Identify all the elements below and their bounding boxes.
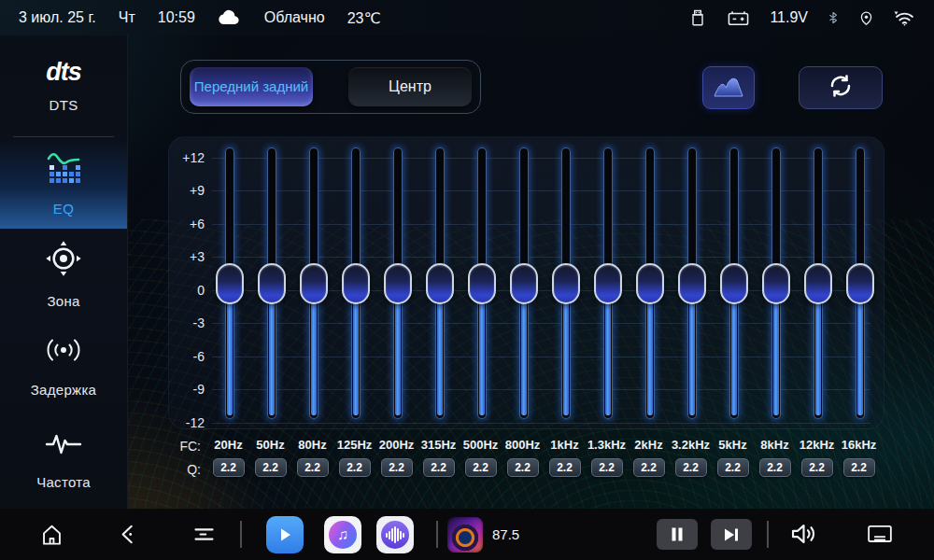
- band-q-button[interactable]: 2.2: [423, 458, 455, 477]
- eq-band-slider[interactable]: [762, 137, 790, 428]
- eq-band-slider[interactable]: [258, 137, 286, 428]
- slider-thumb[interactable]: [804, 263, 832, 304]
- slider-thumb[interactable]: [636, 263, 664, 304]
- band-q-button[interactable]: 2.2: [465, 458, 497, 477]
- tab-center[interactable]: Центр: [348, 67, 472, 106]
- slider-thumb[interactable]: [300, 263, 328, 304]
- q-cell: 2.2: [291, 458, 333, 477]
- eq-band-slider[interactable]: [594, 137, 622, 428]
- eq-band-slider[interactable]: [678, 137, 706, 428]
- tab-front-rear[interactable]: Передний задний: [190, 67, 313, 106]
- band-q-button[interactable]: 2.2: [633, 458, 665, 477]
- slider-track[interactable]: [687, 147, 697, 419]
- eq-band-slider[interactable]: [804, 137, 832, 428]
- band-q-button[interactable]: 2.2: [297, 458, 329, 477]
- band-q-button[interactable]: 2.2: [549, 458, 581, 477]
- band-q-button[interactable]: 2.2: [255, 458, 287, 477]
- slider-track[interactable]: [309, 147, 318, 419]
- status-bar: 3 июл. 25 г. Чт 10:59 Облачно 23℃ 11.9V: [0, 0, 934, 35]
- video-player-app-icon[interactable]: [266, 516, 304, 553]
- sidebar-item-label: Зона: [47, 293, 79, 309]
- eq-band-slider[interactable]: [510, 137, 538, 428]
- sidebar-item-zone[interactable]: Зона: [0, 229, 127, 320]
- slider-thumb[interactable]: [846, 263, 874, 304]
- sidebar-item-label: DTS: [50, 97, 78, 113]
- band-q-button[interactable]: 2.2: [213, 458, 245, 477]
- next-track-button[interactable]: [711, 519, 752, 550]
- slider-track[interactable]: [267, 147, 276, 419]
- slider-track[interactable]: [225, 147, 234, 419]
- slider-track[interactable]: [856, 147, 865, 419]
- slider-thumb[interactable]: [720, 263, 748, 304]
- eq-band-slider[interactable]: [342, 137, 370, 428]
- eq-band-slider[interactable]: [636, 137, 664, 428]
- back-icon[interactable]: [116, 522, 140, 551]
- eq-band-slider[interactable]: [384, 137, 412, 428]
- sidebar-item-dts[interactable]: dts DTS: [0, 35, 127, 136]
- home-icon[interactable]: [39, 522, 64, 551]
- display-icon[interactable]: [867, 524, 893, 550]
- slider-thumb[interactable]: [384, 263, 412, 304]
- band-frequency-label: 50Hz: [249, 438, 291, 452]
- fc-row: 20Hz50Hz80Hz125Hz200Hz315Hz500Hz800Hz1kH…: [207, 438, 882, 452]
- band-q-button[interactable]: 2.2: [801, 458, 833, 477]
- pulse-wave-icon: [43, 430, 84, 462]
- band-q-button[interactable]: 2.2: [759, 458, 791, 477]
- sidebar-item-eq[interactable]: EQ: [0, 137, 127, 229]
- band-q-button[interactable]: 2.2: [507, 458, 539, 477]
- eq-sliders: [169, 137, 884, 428]
- slider-thumb[interactable]: [552, 263, 580, 304]
- band-q-button[interactable]: 2.2: [381, 458, 413, 477]
- voice-assistant-app-icon[interactable]: [376, 516, 414, 553]
- eq-band-slider[interactable]: [552, 137, 580, 428]
- q-cell: 2.2: [754, 458, 796, 477]
- recent-tasks-icon[interactable]: [191, 522, 217, 551]
- band-q-button[interactable]: 2.2: [591, 458, 623, 477]
- slider-thumb[interactable]: [426, 263, 454, 304]
- slider-thumb[interactable]: [258, 263, 286, 304]
- pause-button[interactable]: [657, 519, 698, 550]
- band-q-button[interactable]: 2.2: [675, 458, 707, 477]
- eq-band-slider[interactable]: [216, 137, 244, 428]
- slider-track[interactable]: [519, 147, 529, 419]
- slider-thumb[interactable]: [594, 263, 622, 304]
- eq-band-slider[interactable]: [300, 137, 328, 428]
- reset-button[interactable]: [799, 66, 883, 109]
- slider-track[interactable]: [729, 147, 739, 419]
- status-weather-label: Облачно: [264, 9, 325, 26]
- eq-band-slider[interactable]: [846, 137, 874, 428]
- eq-preset-button[interactable]: [702, 66, 755, 109]
- slider-track[interactable]: [351, 147, 361, 419]
- slider-thumb[interactable]: [762, 263, 790, 304]
- slider-track[interactable]: [561, 147, 571, 419]
- sidebar-item-delay[interactable]: Задержка: [0, 320, 127, 412]
- eq-band-slider[interactable]: [426, 137, 454, 428]
- slider-track[interactable]: [435, 147, 445, 419]
- eq-band-slider[interactable]: [468, 137, 496, 428]
- eq-band-slider[interactable]: [720, 137, 748, 428]
- slider-track[interactable]: [603, 147, 613, 419]
- slider-track[interactable]: [477, 147, 487, 419]
- sidebar-item-frequency[interactable]: Частота: [0, 412, 127, 509]
- slider-thumb[interactable]: [678, 263, 706, 304]
- band-q-button[interactable]: 2.2: [339, 458, 371, 477]
- band-frequency-label: 1.3kHz: [586, 438, 628, 452]
- slider-thumb[interactable]: [342, 263, 370, 304]
- slider-track[interactable]: [771, 147, 781, 419]
- slider-track[interactable]: [393, 147, 403, 419]
- slider-track[interactable]: [645, 147, 655, 419]
- slider-thumb[interactable]: [510, 263, 538, 304]
- slider-thumb[interactable]: [468, 263, 496, 304]
- status-weekday: Чт: [119, 9, 135, 26]
- slider-thumb[interactable]: [216, 263, 244, 304]
- volume-icon[interactable]: [789, 521, 818, 551]
- slider-track[interactable]: [814, 147, 823, 419]
- q-cell: 2.2: [670, 458, 712, 477]
- music-app-icon[interactable]: ♫: [324, 516, 361, 553]
- radio-app-icon[interactable]: [447, 517, 483, 553]
- q-row-label: Q:: [163, 462, 201, 477]
- band-q-button[interactable]: 2.2: [843, 458, 875, 477]
- status-date: 3 июл. 25 г.: [19, 9, 96, 26]
- q-cell: 2.2: [417, 458, 460, 477]
- band-q-button[interactable]: 2.2: [717, 458, 749, 477]
